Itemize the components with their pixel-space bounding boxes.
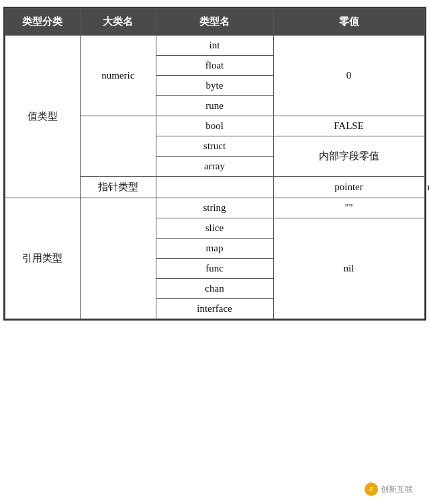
type-cell: map (156, 239, 273, 259)
header-zero: 零值 (273, 9, 424, 36)
watermark: Z创新互联 (365, 482, 413, 496)
header-major: 大类名 (81, 9, 156, 36)
zero-cell: nil (273, 218, 424, 319)
header-row: 类型分类 大类名 类型名 零值 (5, 9, 424, 36)
category-cell: 引用类型 (5, 198, 81, 319)
header-category: 类型分类 (5, 9, 81, 36)
zero-cell: "" (273, 198, 424, 218)
watermark-text: 创新互联 (381, 484, 413, 495)
watermark-logo: Z (365, 482, 378, 496)
major-cell (81, 116, 156, 177)
type-cell: int (156, 36, 273, 56)
category-cell: 指针类型 (81, 177, 156, 198)
type-cell: byte (156, 76, 273, 96)
type-cell: chan (156, 279, 273, 299)
type-cell: string (156, 198, 273, 218)
type-cell: slice (156, 218, 273, 239)
major-cell (156, 177, 273, 198)
major-cell (81, 198, 156, 319)
type-table: 类型分类 大类名 类型名 零值 值类型numericint0floatbyter… (5, 8, 425, 319)
type-cell: bool (156, 116, 273, 136)
zero-cell: FALSE (273, 116, 424, 136)
major-cell: numeric (81, 36, 156, 116)
category-cell: 值类型 (5, 36, 81, 198)
type-cell: rune (156, 96, 273, 116)
zero-cell: 0 (273, 36, 424, 116)
zero-cell: 内部字段零值 (273, 136, 424, 177)
type-cell: pointer (273, 177, 424, 198)
type-cell: struct (156, 136, 273, 157)
main-table-wrapper: 类型分类 大类名 类型名 零值 值类型numericint0floatbyter… (3, 7, 426, 321)
header-type: 类型名 (156, 9, 273, 36)
table-row: 值类型numericint0 (5, 36, 424, 56)
type-cell: array (156, 157, 273, 177)
type-cell: interface (156, 299, 273, 319)
type-cell: float (156, 56, 273, 76)
table-row: 引用类型string"" (5, 198, 424, 218)
type-cell: func (156, 259, 273, 279)
